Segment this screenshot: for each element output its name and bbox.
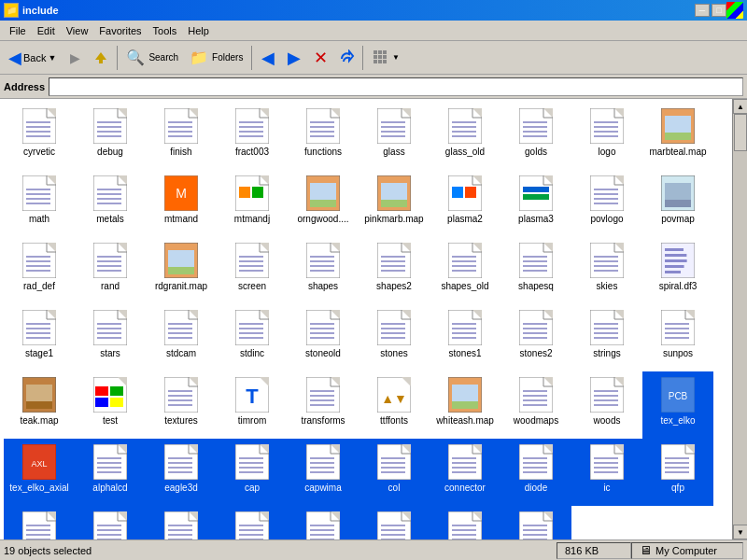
file-item[interactable]: resistor xyxy=(4,506,75,539)
file-item[interactable]: pinkmarb.map xyxy=(359,170,430,237)
file-item[interactable]: math xyxy=(4,170,75,237)
file-item[interactable]: stars xyxy=(75,304,146,371)
file-item[interactable]: spiral.df3 xyxy=(642,237,713,304)
file-item[interactable]: special xyxy=(146,506,217,539)
scrollbar[interactable]: ▲ ▼ xyxy=(732,99,747,539)
file-item[interactable]: rad_def xyxy=(4,237,75,304)
file-item[interactable]: cyrvetic xyxy=(4,103,75,170)
file-item[interactable]: povmap xyxy=(642,170,713,237)
file-icon xyxy=(446,309,484,346)
file-item[interactable]: woods xyxy=(571,371,642,439)
file-item[interactable]: plasma3 xyxy=(500,170,571,237)
minimize-button[interactable]: ─ xyxy=(695,4,710,17)
file-item[interactable]: AXLtex_elko_axial xyxy=(4,439,75,506)
file-item[interactable]: woodmaps xyxy=(500,371,571,439)
file-item[interactable]: strings xyxy=(571,304,642,371)
file-item[interactable]: stones1 xyxy=(430,304,500,371)
file-item[interactable]: col xyxy=(359,439,430,506)
scroll-track[interactable] xyxy=(733,114,747,525)
file-item[interactable]: transforms xyxy=(288,371,359,439)
file-item[interactable]: marbteal.map xyxy=(642,103,713,170)
prev-button[interactable]: ◀ xyxy=(256,46,280,70)
file-item[interactable]: alphalcd xyxy=(75,439,146,506)
file-item[interactable]: teak.map xyxy=(4,371,75,439)
file-item[interactable]: shapesq xyxy=(500,237,571,304)
file-item[interactable]: stdinc xyxy=(217,304,288,371)
file-item[interactable]: user xyxy=(500,506,571,539)
scroll-down-button[interactable]: ▼ xyxy=(733,525,747,539)
view-dropdown-icon[interactable]: ▼ xyxy=(392,53,400,62)
file-item[interactable]: ▲▼ttffonts xyxy=(359,371,430,439)
file-item[interactable]: functions xyxy=(288,103,359,170)
maximize-button[interactable]: □ xyxy=(712,4,726,17)
file-item[interactable]: stones2 xyxy=(500,304,571,371)
folders-button[interactable]: 📁 Folders xyxy=(185,44,247,72)
file-item[interactable]: glass xyxy=(359,103,430,170)
file-item[interactable]: povlogo xyxy=(571,170,642,237)
file-item[interactable]: textures xyxy=(146,371,217,439)
file-item[interactable]: trafo xyxy=(359,506,430,539)
menu-favorites[interactable]: Favorites xyxy=(93,23,147,38)
up-button[interactable] xyxy=(89,46,113,70)
undo-button[interactable] xyxy=(334,46,359,70)
file-item[interactable]: skies xyxy=(571,237,642,304)
menu-edit[interactable]: Edit xyxy=(32,23,61,38)
back-button[interactable]: ◀ Back ▼ xyxy=(4,45,61,71)
menu-view[interactable]: View xyxy=(61,23,94,38)
file-item[interactable]: ic xyxy=(571,439,642,506)
file-item[interactable]: stage1 xyxy=(4,304,75,371)
file-item[interactable]: connector xyxy=(430,439,500,506)
file-item[interactable]: Mmtmand xyxy=(146,170,217,237)
file-item[interactable]: test xyxy=(75,371,146,439)
file-item[interactable]: cap xyxy=(217,439,288,506)
file-item[interactable]: tools xyxy=(288,506,359,539)
file-item[interactable]: screen xyxy=(217,237,288,304)
file-item[interactable]: shapes xyxy=(288,237,359,304)
file-item[interactable]: mtmandj xyxy=(217,170,288,237)
file-item[interactable]: glass_old xyxy=(430,103,500,170)
file-icon xyxy=(659,309,697,346)
view-button[interactable]: ▼ xyxy=(367,46,404,70)
file-item[interactable]: debug xyxy=(75,103,146,170)
svg-rect-152 xyxy=(523,270,547,272)
file-item[interactable]: whiteash.map xyxy=(430,371,500,439)
next-button[interactable]: ▶ xyxy=(282,46,306,70)
file-item[interactable]: plasma2 xyxy=(430,170,500,237)
address-input[interactable] xyxy=(49,77,743,96)
file-name: textures xyxy=(164,415,198,427)
scroll-thumb[interactable] xyxy=(734,114,747,151)
file-item[interactable]: golds xyxy=(500,103,571,170)
file-item[interactable]: stones xyxy=(359,304,430,371)
file-item[interactable]: eagle3d xyxy=(146,439,217,506)
file-item[interactable]: fract003 xyxy=(217,103,288,170)
file-item[interactable]: logo xyxy=(571,103,642,170)
delete-button[interactable]: ✕ xyxy=(308,46,332,70)
file-item[interactable]: rdgranit.map xyxy=(146,237,217,304)
file-item[interactable]: shapes2 xyxy=(359,237,430,304)
file-item[interactable]: PCBtex_elko xyxy=(642,371,713,439)
back-dropdown-icon[interactable]: ▼ xyxy=(48,53,56,63)
file-item[interactable]: shapes_old xyxy=(430,237,500,304)
search-button[interactable]: 🔍 Search xyxy=(121,44,183,72)
file-item[interactable]: switch xyxy=(217,506,288,539)
menubar: File Edit View Favorites Tools Help xyxy=(0,21,747,41)
file-item[interactable]: qfp xyxy=(642,439,713,506)
file-item[interactable]: stoneold xyxy=(288,304,359,371)
menu-help[interactable]: Help xyxy=(182,23,215,38)
file-item[interactable]: finish xyxy=(146,103,217,170)
svg-rect-354 xyxy=(310,539,334,539)
file-item[interactable]: transistor xyxy=(430,506,500,539)
file-item[interactable]: rand xyxy=(75,237,146,304)
file-item[interactable]: socket xyxy=(75,506,146,539)
file-item[interactable]: orngwood.... xyxy=(288,170,359,237)
menu-file[interactable]: File xyxy=(4,23,32,38)
file-item[interactable]: metals xyxy=(75,170,146,237)
scroll-up-button[interactable]: ▲ xyxy=(733,99,747,114)
file-item[interactable]: Ttimrom xyxy=(217,371,288,439)
forward-button[interactable]: ▶ xyxy=(63,46,87,70)
menu-tools[interactable]: Tools xyxy=(148,23,183,38)
file-item[interactable]: diode xyxy=(500,439,571,506)
file-item[interactable]: stdcam xyxy=(146,304,217,371)
file-item[interactable]: sunpos xyxy=(642,304,713,371)
file-item[interactable]: capwima xyxy=(288,439,359,506)
